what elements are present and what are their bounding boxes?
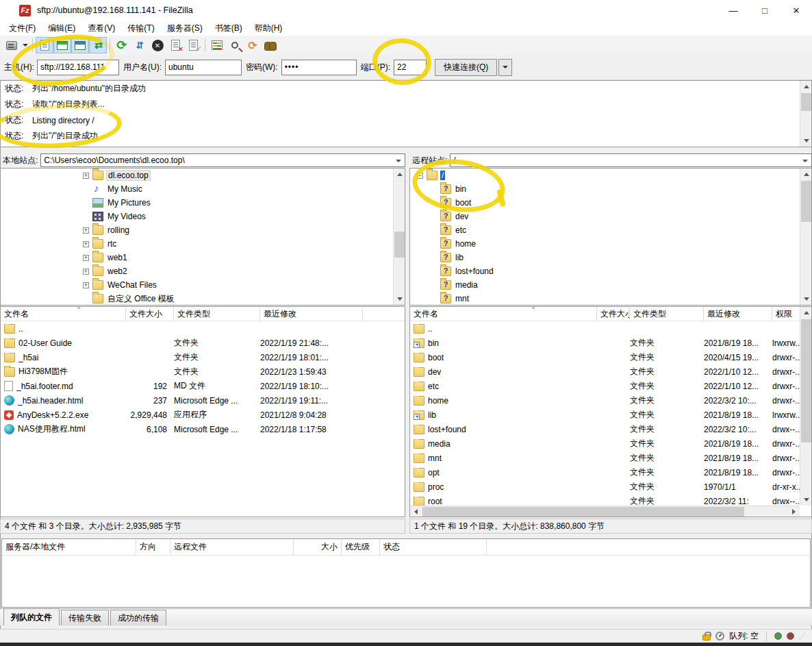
remote-list-scrollbar[interactable] xyxy=(800,307,811,506)
file-row[interactable]: 02-User Guide文件夹2022/1/19 21:48:... xyxy=(1,336,405,350)
toggle-message-log-icon[interactable] xyxy=(36,37,53,53)
queue-col-direction[interactable]: 方向 xyxy=(136,539,170,555)
host-input[interactable]: sftp://192.168.111 xyxy=(37,60,119,75)
file-row[interactable]: home文件夹2022/3/2 10:...drwxr-... xyxy=(410,393,811,408)
filename-filters-icon[interactable] xyxy=(226,37,244,53)
file-row[interactable]: _h5ai文件夹2022/1/19 18:01:... xyxy=(1,350,405,364)
speed-limit-icon[interactable] xyxy=(715,632,724,641)
tree-item[interactable]: +rtc xyxy=(1,237,405,251)
file-row[interactable]: Hi3798M固件文件夹2022/1/23 1:59:43 xyxy=(1,364,405,379)
remote-path-combo[interactable]: / xyxy=(450,153,812,167)
file-row[interactable]: mnt文件夹2021/8/19 18...drwxr-... xyxy=(410,451,811,465)
quickconnect-dropdown-icon[interactable] xyxy=(498,59,512,76)
tab-failed-transfers[interactable]: 传输失败 xyxy=(61,610,109,625)
tree-item[interactable]: mnt xyxy=(410,292,811,306)
tree-item[interactable]: dev xyxy=(410,210,811,223)
file-row[interactable]: media文件夹2021/8/19 18...drwxr-... xyxy=(410,436,811,451)
file-row[interactable]: _h5ai.header.html237Microsoft Edge ...20… xyxy=(1,393,405,408)
local-path-bar: 本地站点: C:\Users\ecoo\Documents\dl.ecoo.to… xyxy=(0,153,405,167)
synchronized-browsing-icon[interactable]: ⟳ xyxy=(244,37,262,53)
log-scrollbar[interactable] xyxy=(800,81,811,147)
column-header-modified[interactable]: 最近修改 xyxy=(260,307,363,321)
menu-file[interactable]: 文件(F) xyxy=(3,21,42,36)
menu-server[interactable]: 服务器(S) xyxy=(161,21,209,36)
column-header-type[interactable]: 文件类型 xyxy=(630,307,704,321)
find-files-icon[interactable] xyxy=(262,37,279,53)
file-row[interactable]: bin文件夹2021/8/19 18...lrwxrw... xyxy=(410,336,811,350)
queue-col-remote-file[interactable]: 远程文件 xyxy=(170,539,294,555)
file-row[interactable]: lib文件夹2021/8/19 18...lrwxrw... xyxy=(410,408,811,422)
toggle-remote-tree-icon[interactable] xyxy=(71,37,89,53)
file-row[interactable]: AnyDesk+5.2.2.exe2,929,448应用程序2021/12/8 … xyxy=(1,408,405,422)
tree-item[interactable]: My Music xyxy=(1,182,405,196)
tab-successful-transfers[interactable]: 成功的传输 xyxy=(110,610,166,625)
quickconnect-button[interactable]: 快速连接(Q) xyxy=(435,59,497,76)
tree-item[interactable]: My Videos xyxy=(1,210,405,223)
file-row[interactable]: NAS使用教程.html6,108Microsoft Edge ...2022/… xyxy=(1,422,405,436)
tree-item[interactable]: +rolling xyxy=(1,223,405,237)
reconnect-icon[interactable]: ✓ xyxy=(184,37,202,53)
refresh-icon[interactable]: ⟳ xyxy=(113,37,131,53)
password-input[interactable]: •••• xyxy=(281,60,357,75)
tree-item[interactable]: boot xyxy=(410,196,811,210)
tree-item[interactable]: 自定义 Office 模板 xyxy=(1,292,405,306)
column-header-size[interactable]: 文件大小 xyxy=(597,307,630,321)
tab-queued-files[interactable]: 列队的文件 xyxy=(3,608,60,625)
column-header-name[interactable]: 文件名 xyxy=(410,307,597,321)
tree-item[interactable]: +web2 xyxy=(1,264,405,278)
local-tree-scrollbar[interactable] xyxy=(393,169,405,305)
tree-item[interactable]: media xyxy=(410,278,811,292)
tree-item[interactable]: bin xyxy=(410,182,811,196)
file-row[interactable]: boot文件夹2020/4/15 19...drwxr-... xyxy=(410,350,811,364)
encryption-lock-icon[interactable] xyxy=(702,634,711,641)
column-header-modified[interactable]: 最近修改 xyxy=(704,307,772,321)
resize-grip[interactable]: ⋰ xyxy=(799,632,807,640)
cancel-operation-icon[interactable]: ✕ xyxy=(149,37,166,53)
queue-col-priority[interactable]: 优先级 xyxy=(342,539,380,555)
maximize-button[interactable]: □ xyxy=(749,0,781,21)
minimize-button[interactable]: — xyxy=(718,0,749,21)
tree-item[interactable]: +dl.ecoo.top xyxy=(1,169,405,182)
menu-help[interactable]: 帮助(H) xyxy=(249,21,289,36)
port-input[interactable]: 22 xyxy=(394,60,427,75)
username-input[interactable]: ubuntu xyxy=(165,60,242,75)
close-button[interactable]: ✕ xyxy=(781,0,812,21)
process-queue-icon[interactable]: ⇵ xyxy=(131,37,149,53)
file-row[interactable]: .. xyxy=(410,321,811,336)
queue-col-size[interactable]: 大小 xyxy=(294,539,342,555)
column-header-permissions[interactable]: 权限 xyxy=(772,307,801,321)
tree-item[interactable]: home xyxy=(410,237,811,251)
menu-bookmarks[interactable]: 书签(B) xyxy=(209,21,249,36)
file-row[interactable]: proc文件夹1970/1/1dr-xr-x... xyxy=(410,480,811,494)
directory-comparison-icon[interactable] xyxy=(208,37,226,53)
remote-list-hscrollbar[interactable] xyxy=(410,506,800,517)
toggle-local-tree-icon[interactable] xyxy=(53,37,71,53)
file-row[interactable]: dev文件夹2022/1/10 12...drwxr-... xyxy=(410,364,811,379)
disconnect-icon[interactable]: ✕ xyxy=(166,37,184,53)
tree-item[interactable]: My Pictures xyxy=(1,196,405,210)
toggle-transfer-queue-icon[interactable]: ⇄ xyxy=(89,37,107,53)
queue-col-status[interactable]: 状态 xyxy=(380,539,487,555)
file-row[interactable]: _h5ai.footer.md192MD 文件2022/1/19 18:10:.… xyxy=(1,379,405,393)
file-row[interactable]: opt文件夹2021/8/19 18...drwxr-... xyxy=(410,465,811,480)
file-row[interactable]: lost+found文件夹2022/3/2 10:...drwx--... xyxy=(410,422,811,436)
tree-item[interactable]: +web1 xyxy=(1,251,405,264)
local-path-combo[interactable]: C:\Users\ecoo\Documents\dl.ecoo.top\ xyxy=(40,153,405,167)
tree-item[interactable]: lost+found xyxy=(410,264,811,278)
site-manager-icon[interactable] xyxy=(3,37,21,53)
column-header-type[interactable]: 文件类型 xyxy=(174,307,260,321)
file-row[interactable]: etc文件夹2022/1/10 12...drwxr-... xyxy=(410,379,811,393)
tree-item[interactable]: +WeChat Files xyxy=(1,278,405,292)
remote-tree-scrollbar[interactable] xyxy=(800,169,811,305)
column-header-size[interactable]: 文件大小 xyxy=(126,307,174,321)
menu-edit[interactable]: 编辑(E) xyxy=(42,21,81,36)
file-row[interactable]: .. xyxy=(1,321,405,336)
menu-transfer[interactable]: 传输(T) xyxy=(121,21,160,36)
site-manager-dropdown-icon[interactable] xyxy=(21,37,29,53)
tree-item[interactable]: −/ xyxy=(410,169,811,182)
menu-view[interactable]: 查看(V) xyxy=(81,21,121,36)
tree-item[interactable]: lib xyxy=(410,251,811,264)
column-header-name[interactable]: 文件名 xyxy=(1,307,126,321)
tree-item[interactable]: etc xyxy=(410,223,811,237)
queue-col-server-local[interactable]: 服务器/本地文件 xyxy=(2,539,136,555)
